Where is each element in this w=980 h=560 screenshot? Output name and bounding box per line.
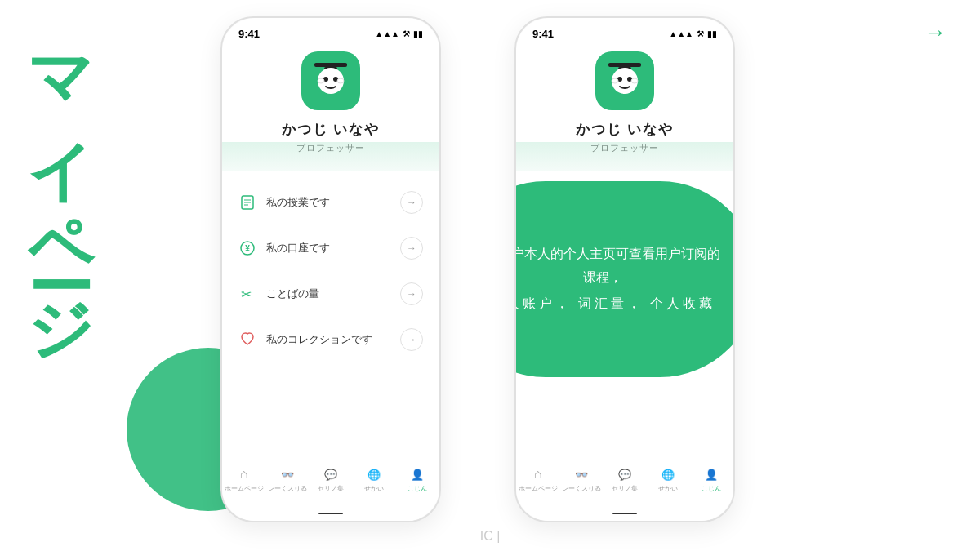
status-bar-left: 9:41 ▲▲▲ ⚒ ▮▮ bbox=[222, 18, 439, 43]
status-icons-left: ▲▲▲ ⚒ ▮▮ bbox=[375, 29, 423, 38]
nav-home-left[interactable]: ⌂ ホームページ bbox=[222, 467, 265, 493]
avatar-left bbox=[301, 51, 360, 110]
nav-indicator-right bbox=[612, 513, 637, 514]
menu-arrow-courses[interactable]: → bbox=[400, 191, 423, 214]
scissors-icon: ✂ bbox=[238, 285, 256, 303]
nav-profile-label-left: こじん bbox=[408, 484, 427, 493]
menu-item-account[interactable]: ¥ 私の口座です → bbox=[222, 225, 439, 271]
menu-label-collection: 私のコレクションです bbox=[266, 332, 390, 347]
phone-right-screen: 9:41 ▲▲▲ ⚒ ▮▮ bbox=[516, 18, 733, 521]
nav-profile-right[interactable]: 👤 こじん bbox=[690, 467, 733, 493]
signal-icon-right: ▲▲▲ bbox=[669, 29, 693, 38]
phone-right-frame: 9:41 ▲▲▲ ⚒ ▮▮ bbox=[514, 16, 735, 522]
menu-item-courses[interactable]: 私の授業です → bbox=[222, 180, 439, 225]
profile-icon-left: 👤 bbox=[408, 467, 426, 482]
book-icon bbox=[238, 193, 256, 211]
menu-label-account: 私の口座です bbox=[266, 241, 390, 256]
info-pill: 在用户本人的个人主页可查看用户订阅的课程， 个人账户， 词汇量， 个人收藏 bbox=[516, 181, 733, 377]
nav-home-label-left: ホームページ bbox=[225, 484, 264, 493]
world-icon-left: 🌐 bbox=[365, 467, 383, 482]
svg-text:¥: ¥ bbox=[245, 244, 250, 253]
wifi-icon-right: ⚒ bbox=[697, 29, 704, 38]
nav-lessons-right[interactable]: 👓 レーくスりゐ bbox=[559, 467, 603, 493]
nav-world-label-left: せかい bbox=[364, 484, 384, 493]
pill-text-line2: 个人账户， 词汇量， 个人收藏 bbox=[516, 292, 715, 316]
bottom-nav-left: ⌂ ホームページ 👓 レーくスりゐ 💬 セリノ集 🌐 せかい 👤 こ bbox=[222, 460, 439, 521]
status-time-left: 9:41 bbox=[238, 28, 260, 40]
phone-left-frame: 9:41 ▲▲▲ ⚒ ▮▮ bbox=[220, 16, 441, 522]
nav-indicator-left bbox=[318, 513, 343, 514]
nav-profile-left[interactable]: 👤 こじん bbox=[396, 467, 439, 493]
battery-icon: ▮▮ bbox=[413, 29, 423, 38]
svg-rect-14 bbox=[608, 63, 641, 67]
phone-left: 9:41 ▲▲▲ ⚒ ▮▮ bbox=[220, 16, 441, 522]
nav-home-label-right: ホームページ bbox=[519, 484, 558, 493]
svg-point-20 bbox=[631, 78, 638, 83]
menu-item-collection[interactable]: 私のコレクションです → bbox=[222, 317, 439, 362]
status-icons-right: ▲▲▲ ⚒ ▮▮ bbox=[669, 29, 717, 38]
nav-lessons-label-left: レーくスりゐ bbox=[268, 484, 307, 493]
nav-profile-label-right: こじん bbox=[702, 484, 721, 493]
svg-rect-0 bbox=[314, 63, 347, 67]
phone-right: 9:41 ▲▲▲ ⚒ ▮▮ bbox=[514, 16, 735, 522]
nav-home-right[interactable]: ⌂ ホームページ bbox=[516, 467, 559, 493]
heart-icon bbox=[238, 331, 256, 349]
nav-world-left[interactable]: 🌐 せかい bbox=[353, 467, 396, 493]
world-icon-right: 🌐 bbox=[659, 467, 677, 482]
nav-series-label-left: セリノ集 bbox=[318, 484, 344, 493]
nav-series-label-right: セリノ集 bbox=[612, 484, 638, 493]
bottom-nav-right: ⌂ ホームページ 👓 レーくスりゐ 💬 セリノ集 🌐 せかい 👤 こ bbox=[516, 460, 733, 521]
profile-icon-right: 👤 bbox=[702, 467, 720, 482]
menu-list-left: 私の授業です → ¥ 私の口座です → bbox=[222, 171, 439, 371]
menu-arrow-account[interactable]: → bbox=[400, 237, 423, 260]
profile-name-left: かつじ いなや bbox=[282, 120, 381, 139]
lessons-icon-right: 👓 bbox=[572, 467, 590, 482]
status-bar-right: 9:41 ▲▲▲ ⚒ ▮▮ bbox=[516, 18, 733, 43]
svg-point-5 bbox=[318, 78, 324, 83]
avatar-accent bbox=[222, 142, 439, 171]
svg-point-19 bbox=[612, 78, 618, 83]
phone-left-screen: 9:41 ▲▲▲ ⚒ ▮▮ bbox=[222, 18, 439, 521]
avatar-illustration-left bbox=[306, 56, 355, 105]
series-icon-left: 💬 bbox=[322, 467, 340, 482]
lessons-icon-left: 👓 bbox=[278, 467, 296, 482]
profile-name-right: かつじ いなや bbox=[576, 120, 675, 139]
profile-section-left: かつじ いなや プロフェッサー bbox=[222, 43, 439, 171]
yen-icon: ¥ bbox=[238, 239, 256, 257]
status-time-right: 9:41 bbox=[532, 28, 554, 40]
signal-icon: ▲▲▲ bbox=[375, 29, 399, 38]
avatar-right bbox=[595, 51, 654, 110]
pill-text-line1: 在用户本人的个人主页可查看用户订阅的课程， bbox=[516, 242, 725, 290]
nav-world-right[interactable]: 🌐 せかい bbox=[647, 467, 690, 493]
home-icon-left: ⌂ bbox=[235, 467, 253, 482]
avatar-accent-right bbox=[516, 142, 733, 171]
profile-section-right: かつじ いなや プロフェッサー bbox=[516, 43, 733, 171]
avatar-illustration-right bbox=[600, 56, 649, 105]
menu-label-vocabulary: ことばの量 bbox=[266, 287, 390, 301]
svg-text:✂: ✂ bbox=[241, 287, 252, 301]
nav-world-label-right: せかい bbox=[658, 484, 678, 493]
nav-series-left[interactable]: 💬 セリノ集 bbox=[309, 467, 352, 493]
series-icon-right: 💬 bbox=[616, 467, 634, 482]
ic-label: IC | bbox=[480, 529, 501, 544]
next-arrow-button[interactable]: → bbox=[915, 20, 956, 45]
battery-icon-right: ▮▮ bbox=[707, 29, 717, 38]
page-title: マイページ bbox=[24, 16, 96, 333]
nav-lessons-label-right: レーくスりゐ bbox=[562, 484, 601, 493]
nav-series-right[interactable]: 💬 セリノ集 bbox=[603, 467, 646, 493]
menu-label-courses: 私の授業です bbox=[266, 195, 390, 210]
svg-point-6 bbox=[337, 78, 344, 83]
wifi-icon: ⚒ bbox=[403, 29, 410, 38]
menu-item-vocabulary[interactable]: ✂ ことばの量 → bbox=[222, 271, 439, 317]
menu-arrow-collection[interactable]: → bbox=[400, 328, 423, 351]
menu-arrow-vocabulary[interactable]: → bbox=[400, 282, 423, 305]
nav-lessons-left[interactable]: 👓 レーくスりゐ bbox=[265, 467, 309, 493]
home-icon-right: ⌂ bbox=[529, 467, 547, 482]
